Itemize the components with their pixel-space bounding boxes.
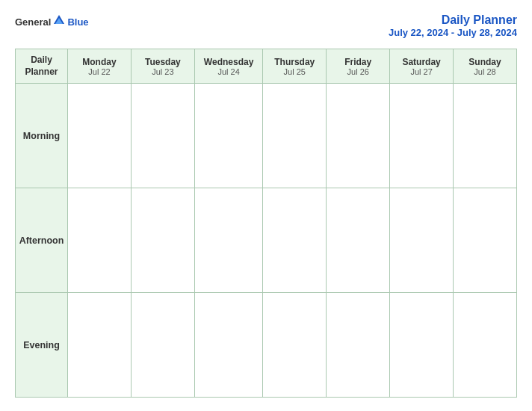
header-wednesday: Wednesday Jul 24: [194, 49, 263, 84]
header-thursday: Thursday Jul 25: [263, 49, 327, 84]
header-tuesday: Tuesday Jul 23: [131, 49, 194, 84]
evening-friday-cell[interactable]: [327, 293, 390, 398]
morning-thursday-cell[interactable]: [263, 84, 327, 188]
morning-saturday-cell[interactable]: [390, 84, 454, 188]
label-header: Daily Planner: [16, 49, 68, 84]
title-area: Daily Planner July 22, 2024 - July 28, 2…: [389, 13, 517, 38]
evening-wednesday-cell[interactable]: [194, 293, 263, 398]
label-line1: Daily: [31, 55, 52, 65]
monday-date: Jul 22: [71, 67, 128, 76]
morning-friday-cell[interactable]: [327, 84, 390, 188]
morning-tuesday-cell[interactable]: [131, 84, 194, 188]
header-friday: Friday Jul 26: [327, 49, 390, 84]
page: General Blue Daily Planner July 22, 2024…: [0, 0, 532, 411]
label-line2: Planner: [25, 67, 58, 77]
logo-icon: [52, 13, 66, 30]
afternoon-wednesday-cell[interactable]: [194, 188, 263, 293]
afternoon-label: Afternoon: [16, 188, 68, 293]
date-range: July 22, 2024 - July 28, 2024: [389, 27, 517, 38]
morning-row: Morning: [16, 84, 517, 188]
header-saturday: Saturday Jul 27: [390, 49, 454, 84]
logo-text: General Blue: [15, 13, 89, 30]
saturday-date: Jul 27: [393, 67, 450, 76]
header: General Blue Daily Planner July 22, 2024…: [15, 13, 517, 38]
saturday-name: Saturday: [393, 57, 450, 67]
monday-name: Monday: [71, 57, 128, 67]
calendar-table: Daily Planner Monday Jul 22 Tuesday Jul …: [15, 49, 517, 398]
friday-date: Jul 26: [330, 67, 386, 76]
afternoon-thursday-cell[interactable]: [263, 188, 327, 293]
evening-row: Evening: [16, 293, 517, 398]
afternoon-monday-cell[interactable]: [68, 188, 132, 293]
afternoon-friday-cell[interactable]: [327, 188, 390, 293]
afternoon-row: Afternoon: [16, 188, 517, 293]
tuesday-name: Tuesday: [134, 57, 191, 67]
friday-name: Friday: [330, 57, 386, 67]
header-monday: Monday Jul 22: [68, 49, 132, 84]
wednesday-date: Jul 24: [198, 67, 260, 76]
header-sunday: Sunday Jul 28: [454, 49, 517, 84]
thursday-date: Jul 25: [266, 67, 323, 76]
sunday-date: Jul 28: [457, 67, 513, 76]
morning-label: Morning: [16, 84, 68, 188]
evening-saturday-cell[interactable]: [390, 293, 454, 398]
sunday-name: Sunday: [457, 57, 513, 67]
afternoon-sunday-cell[interactable]: [454, 188, 517, 293]
evening-thursday-cell[interactable]: [263, 293, 327, 398]
afternoon-saturday-cell[interactable]: [390, 188, 454, 293]
morning-wednesday-cell[interactable]: [194, 84, 263, 188]
table-body: Morning Afternoon Evening: [16, 84, 517, 398]
logo-general-text: General: [15, 16, 51, 28]
morning-sunday-cell[interactable]: [454, 84, 517, 188]
evening-monday-cell[interactable]: [68, 293, 132, 398]
evening-sunday-cell[interactable]: [454, 293, 517, 398]
wednesday-name: Wednesday: [198, 57, 260, 67]
header-row: Daily Planner Monday Jul 22 Tuesday Jul …: [16, 49, 517, 84]
thursday-name: Thursday: [266, 57, 323, 67]
morning-monday-cell[interactable]: [68, 84, 132, 188]
logo-area: General Blue: [15, 13, 89, 30]
page-title: Daily Planner: [389, 13, 517, 27]
evening-label: Evening: [16, 293, 68, 398]
tuesday-date: Jul 23: [134, 67, 191, 76]
evening-tuesday-cell[interactable]: [131, 293, 194, 398]
logo-blue-text: Blue: [67, 16, 88, 28]
afternoon-tuesday-cell[interactable]: [131, 188, 194, 293]
table-header: Daily Planner Monday Jul 22 Tuesday Jul …: [16, 49, 517, 84]
